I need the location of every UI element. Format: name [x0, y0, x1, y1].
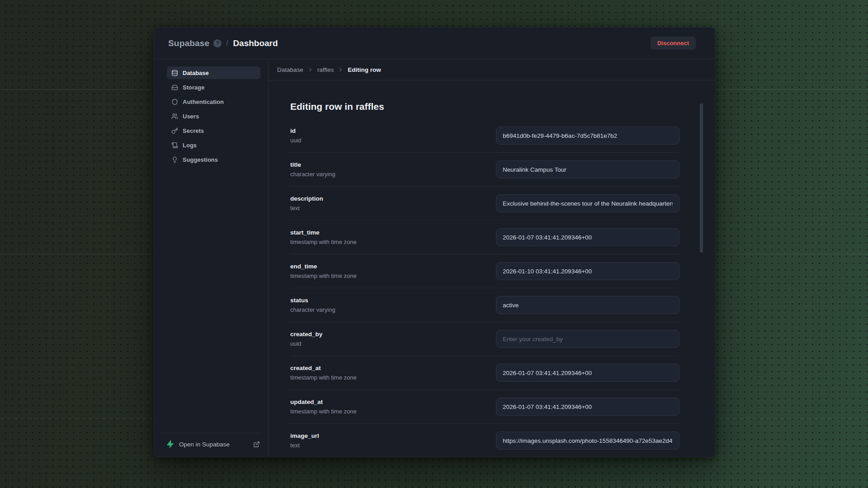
sidebar-item-label: Authentication — [183, 99, 224, 105]
field-input-status[interactable] — [496, 296, 679, 314]
field-row: end_time timestamp with time zone — [290, 254, 679, 288]
sidebar-item-users[interactable]: Users — [167, 110, 260, 122]
field-input-start_time[interactable] — [496, 228, 679, 246]
brand-name: Supabase — [168, 38, 209, 48]
content-panel: Database raffles Editing row Editing row… — [269, 59, 715, 457]
sidebar-item-label: Database — [183, 70, 209, 76]
field-name-label: created_by — [290, 331, 322, 338]
sidebar-item-secrets[interactable]: Secrets — [167, 124, 260, 137]
field-name-label: start_time — [290, 229, 357, 236]
suggestions-icon — [171, 156, 178, 163]
field-type-label: character varying — [290, 306, 335, 313]
authentication-icon — [171, 99, 178, 105]
field-type-label: uuid — [290, 340, 322, 347]
modal-header: Supabase ? / Dashboard Disconnect — [154, 28, 715, 59]
chevron-right-icon — [338, 67, 344, 73]
sidebar-item-label: Logs — [183, 142, 197, 149]
open-in-supabase-link[interactable]: Open in Supabase — [161, 433, 261, 457]
logs-icon — [171, 142, 178, 149]
field-input-end_time[interactable] — [496, 262, 679, 280]
sidebar-item-authentication[interactable]: Authentication — [167, 95, 260, 108]
field-row: created_by uuid — [290, 322, 679, 356]
field-type-label: uuid — [290, 137, 302, 144]
field-type-label: text — [290, 442, 319, 449]
field-row: status character varying — [290, 288, 679, 322]
supabase-bolt-icon — [166, 440, 174, 448]
open-in-supabase-label: Open in Supabase — [179, 441, 230, 448]
help-icon[interactable]: ? — [213, 39, 222, 47]
field-input-updated_at[interactable] — [496, 398, 679, 416]
sidebar-nav: Database Storage Authentication Users Se… — [167, 66, 260, 168]
field-name-label: id — [290, 127, 302, 134]
field-name-label: title — [290, 161, 335, 168]
breadcrumb-item-editing-row: Editing row — [348, 66, 381, 73]
sidebar-item-suggestions[interactable]: Suggestions — [167, 153, 260, 166]
chevron-right-icon — [307, 67, 313, 73]
database-icon — [171, 70, 178, 76]
field-input-description[interactable] — [496, 194, 679, 212]
field-row: id uuid — [290, 123, 679, 153]
breadcrumb-item-raffles[interactable]: raffles — [317, 66, 334, 73]
field-type-label: character varying — [290, 171, 335, 178]
field-type-label: text — [290, 205, 323, 211]
field-row: created_at timestamp with time zone — [290, 356, 679, 390]
field-input-created_at[interactable] — [496, 364, 679, 382]
content-scrollbar-thumb[interactable] — [700, 103, 703, 253]
page-title: Dashboard — [233, 38, 278, 48]
field-row: updated_at timestamp with time zone — [290, 390, 679, 424]
sidebar-item-logs[interactable]: Logs — [167, 139, 260, 151]
dashboard-modal: Supabase ? / Dashboard Disconnect Databa… — [154, 27, 715, 457]
field-row: description text — [290, 187, 679, 221]
field-name-label: updated_at — [290, 399, 357, 405]
users-icon — [171, 113, 178, 120]
sidebar-item-label: Users — [183, 113, 199, 120]
field-name-label: created_at — [290, 365, 357, 371]
field-type-label: timestamp with time zone — [290, 239, 357, 245]
sidebar-item-label: Secrets — [183, 127, 204, 134]
header-separator: / — [226, 38, 228, 48]
field-name-label: end_time — [290, 263, 357, 270]
field-input-image_url[interactable] — [496, 432, 679, 450]
field-name-label: status — [290, 297, 335, 304]
field-row: image_url text — [290, 424, 679, 457]
field-type-label: timestamp with time zone — [290, 374, 357, 381]
breadcrumb-item-database[interactable]: Database — [277, 66, 303, 73]
sidebar-item-label: Suggestions — [183, 156, 218, 163]
field-type-label: timestamp with time zone — [290, 408, 357, 415]
field-row: start_time timestamp with time zone — [290, 221, 679, 254]
form-title: Editing row in raffles — [290, 101, 682, 112]
field-name-label: image_url — [290, 432, 319, 439]
breadcrumb: Database raffles Editing row — [269, 59, 715, 80]
sidebar-item-storage[interactable]: Storage — [167, 81, 260, 94]
field-type-label: timestamp with time zone — [290, 272, 357, 279]
secrets-icon — [171, 127, 178, 134]
field-row: title character varying — [290, 153, 679, 187]
sidebar-item-label: Storage — [183, 84, 204, 91]
field-name-label: description — [290, 195, 323, 202]
field-list: id uuid title character varying descript… — [290, 123, 679, 457]
disconnect-button[interactable]: Disconnect — [651, 37, 696, 50]
sidebar: Database Storage Authentication Users Se… — [154, 59, 269, 457]
field-input-id[interactable] — [496, 127, 679, 145]
field-input-title[interactable] — [496, 160, 679, 178]
form-scroll-area: Editing row in raffles id uuid title cha… — [269, 80, 715, 457]
storage-icon — [171, 84, 178, 91]
sidebar-item-database[interactable]: Database — [167, 66, 260, 79]
field-input-created_by[interactable] — [496, 330, 679, 348]
external-link-icon — [253, 441, 260, 448]
